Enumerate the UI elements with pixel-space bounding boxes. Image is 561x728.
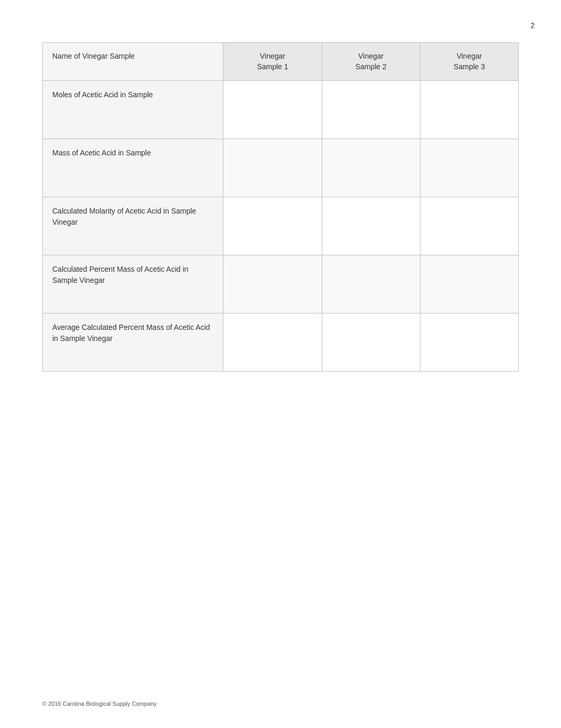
header-label-col: Name of Vinegar Sample [43, 43, 223, 81]
row-2-col1 [223, 197, 322, 255]
row-2-col3 [420, 197, 518, 255]
table-row: Moles of Acetic Acid in Sample [43, 81, 519, 139]
row-label-3: Calculated Percent Mass of Acetic Acid i… [43, 255, 223, 314]
row-4-col3 [420, 314, 518, 372]
row-1-col3 [420, 139, 518, 197]
data-table: Name of Vinegar Sample Vinegar Sample 1 … [42, 42, 519, 372]
table-row: Mass of Acetic Acid in Sample [43, 139, 519, 197]
row-3-col2 [322, 255, 420, 314]
table-row: Calculated Molarity of Acetic Acid in Sa… [43, 197, 519, 255]
row-0-col3 [420, 81, 518, 139]
row-4-col2 [322, 314, 420, 372]
header-col2: Vinegar Sample 2 [322, 43, 420, 81]
row-0-col2 [322, 81, 420, 139]
row-1-col2 [322, 139, 420, 197]
footer-copyright: © 2016 Carolina Biological Supply Compan… [42, 701, 157, 707]
header-col1: Vinegar Sample 1 [223, 43, 322, 81]
row-label-2: Calculated Molarity of Acetic Acid in Sa… [43, 197, 223, 255]
table-row: Average Calculated Percent Mass of Aceti… [43, 314, 519, 372]
row-4-col1 [223, 314, 322, 372]
table-header-row: Name of Vinegar Sample Vinegar Sample 1 … [43, 43, 519, 81]
row-label-1: Mass of Acetic Acid in Sample [43, 139, 223, 197]
row-label-4: Average Calculated Percent Mass of Aceti… [43, 314, 223, 372]
row-3-col1 [223, 255, 322, 314]
data-table-container: Name of Vinegar Sample Vinegar Sample 1 … [42, 42, 519, 372]
row-1-col1 [223, 139, 322, 197]
row-label-0: Moles of Acetic Acid in Sample [43, 81, 223, 139]
row-0-col1 [223, 81, 322, 139]
row-2-col2 [322, 197, 420, 255]
row-3-col3 [420, 255, 518, 314]
header-col3: Vinegar Sample 3 [420, 43, 518, 81]
table-row: Calculated Percent Mass of Acetic Acid i… [43, 255, 519, 314]
page-number: 2 [530, 21, 535, 30]
